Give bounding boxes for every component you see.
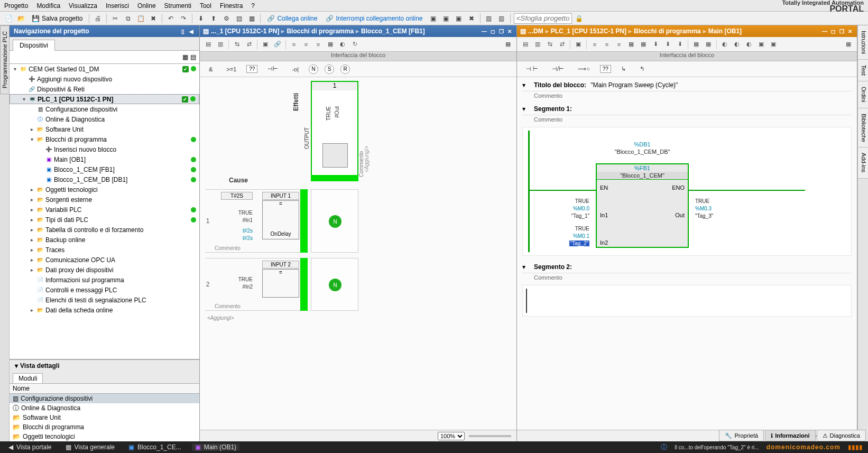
tree-blocco-db[interactable]: ▣Blocco_1_CEM_DB [DB1] <box>10 174 199 184</box>
tree-alarms[interactable]: 📄Elenchi di testi di segnalazione PLC <box>10 295 199 305</box>
sim-icon[interactable]: ▦ <box>246 13 257 24</box>
hide-icon[interactable]: ◀ <box>188 27 195 35</box>
tree-blocco[interactable]: ▣Blocco_1_CEM [FB1] <box>10 164 199 174</box>
tb-icon[interactable]: ▦ <box>843 39 854 50</box>
sidetab-test[interactable]: Test <box>858 60 868 81</box>
tree-extsrc[interactable]: ▸📂Sorgenti esterne <box>10 195 199 205</box>
in2-tag[interactable]: "Tag_2" <box>547 241 589 246</box>
tb-icon[interactable]: ▣ <box>573 39 584 50</box>
row2-box[interactable]: = <box>262 269 299 298</box>
tb-icon[interactable]: ▣ <box>768 39 779 50</box>
min-icon[interactable]: — <box>481 27 488 35</box>
tb-icon[interactable]: ≡ <box>589 39 600 50</box>
search-go-icon[interactable]: 🔒 <box>574 13 585 24</box>
tree-add-device[interactable]: ➕Aggiungi nuovo dispositivo <box>10 74 199 84</box>
op-and[interactable]: & <box>205 64 216 74</box>
tb-icon[interactable]: ≡ <box>289 39 299 50</box>
tree-backup[interactable]: ▸📂Backup online <box>10 235 199 245</box>
tb-icon[interactable]: ▣ <box>756 39 767 50</box>
sidetab-ordini[interactable]: Ordini <box>858 81 868 108</box>
tb-icon[interactable]: ◐ <box>744 39 754 50</box>
tb-icon[interactable]: ▥ <box>215 39 226 50</box>
menu-progetto[interactable]: Progetto <box>4 2 28 10</box>
restore-icon[interactable]: ❐ <box>838 27 845 35</box>
nav-list-icon[interactable]: ▤ <box>190 53 196 61</box>
row2-input-label[interactable]: INPUT 2 <box>262 261 299 269</box>
sidetab-addins[interactable]: Add-ins <box>858 147 868 178</box>
tree-plcvars[interactable]: ▸📂Variabili PLC <box>10 205 199 215</box>
tb-icon[interactable]: 🔗 <box>272 39 283 50</box>
tree-plc1[interactable]: ▾💻PLC_1 [CPU 1512C-1 PN]✔ <box>10 94 199 104</box>
tree-plctypes[interactable]: ▸📂Tipi di dati PLC <box>10 215 199 225</box>
print-icon[interactable]: 🖨 <box>93 13 103 24</box>
interrupt-online-button[interactable]: 🔗 Interrompi collegamento online <box>322 13 426 24</box>
undo-icon[interactable]: ↶ <box>165 13 176 24</box>
cem-canvas[interactable]: Effetti OUTPUT Cause Commento <Aggiungi>… <box>200 77 516 430</box>
tb-icon[interactable]: ≡ <box>301 39 311 50</box>
sidetab-istruzioni[interactable]: Istruzioni <box>858 25 868 60</box>
segment-2-header[interactable]: ▾Segmento 2: <box>522 261 852 273</box>
tb-icon[interactable]: ▦ <box>703 39 714 50</box>
menu-modifica[interactable]: Modifica <box>36 2 60 10</box>
min-icon[interactable]: — <box>821 27 828 35</box>
tb-icon[interactable]: ▥ <box>532 39 543 50</box>
download-icon[interactable]: ⬇ <box>196 13 206 24</box>
matrix-cell-1-1[interactable]: N <box>311 189 358 253</box>
a3-icon[interactable]: ▣ <box>454 13 464 24</box>
cut-icon[interactable]: ✂ <box>110 13 121 24</box>
tree-proginfo[interactable]: 📄Informazioni sul programma <box>10 275 199 285</box>
tree-msg[interactable]: 📄Controlli e messaggi PLC <box>10 285 199 295</box>
tab-diagnostics[interactable]: ⚠ Diagnostica <box>817 430 866 441</box>
layout1-icon[interactable]: ▥ <box>484 13 494 24</box>
row1-input-label[interactable]: INPUT 1 <box>262 192 299 200</box>
tb-icon[interactable]: ≡ <box>614 39 624 50</box>
tb-icon[interactable]: ◐ <box>719 39 730 50</box>
a1-icon[interactable]: ▣ <box>428 13 439 24</box>
block-comment[interactable]: Commento <box>522 91 852 103</box>
effect-body-block[interactable] <box>322 143 348 168</box>
detail-row[interactable]: 📂Oggetti tecnologici <box>10 432 199 441</box>
row1-delay[interactable]: T#2S <box>221 192 253 200</box>
tb-icon[interactable]: ↻ <box>349 39 360 50</box>
matrix-n-1[interactable]: N <box>329 215 341 228</box>
menu-visualizza[interactable]: Visualizza <box>69 2 97 10</box>
op-no[interactable]: ⊣⊢ <box>264 64 282 74</box>
restore-icon[interactable]: ❐ <box>497 27 505 35</box>
tb-icon[interactable]: ⬇ <box>675 39 685 50</box>
a2-icon[interactable]: ▣ <box>441 13 451 24</box>
close-icon[interactable]: ✕ <box>846 27 854 35</box>
menu-strumenti[interactable]: Strumenti <box>164 2 191 10</box>
cause-row-1[interactable]: 1 T#2S INPUT 1 = OnDelay TRUE #In1 t#2s … <box>205 189 308 253</box>
tree-opcua[interactable]: ▸📂Comunicazione OPC UA <box>10 255 199 265</box>
segment-2[interactable] <box>522 285 852 317</box>
tb-icon[interactable]: ⇆ <box>544 39 555 50</box>
tree-root[interactable]: ▾📁CEM Get Started 01_DM✔ <box>10 64 199 74</box>
tb-icon[interactable]: ▦ <box>325 39 336 50</box>
crumb[interactable]: Blocchi di programma <box>287 27 354 35</box>
op-contact-nc[interactable]: ⊣/⊢ <box>548 64 568 74</box>
new-project-icon[interactable]: 📄 <box>3 13 14 24</box>
tb-icon[interactable]: ⇄ <box>557 39 567 50</box>
matrix-n-2[interactable]: N <box>329 279 341 291</box>
devices-tab[interactable]: Dispositivi <box>13 40 55 51</box>
tb-icon[interactable]: ◐ <box>337 39 348 50</box>
crumb[interactable]: Blocco_1_CEM [FB1] <box>361 27 425 35</box>
zoom-slider[interactable] <box>469 435 511 437</box>
crumb[interactable]: Main [OB1] <box>708 27 742 35</box>
detail-view-header[interactable]: ▾Vista dettagli <box>10 359 199 371</box>
tb-icon[interactable]: ▦ <box>503 39 513 50</box>
op-box[interactable]: ?? <box>600 65 611 73</box>
max-icon[interactable]: ◻ <box>489 27 496 35</box>
tree-newblock[interactable]: ➕Inserisci nuovo blocco <box>10 144 199 154</box>
close-icon[interactable]: ✕ <box>506 27 513 35</box>
nav-grid-icon[interactable]: ▦ <box>182 53 188 61</box>
detail-row[interactable]: 📂Blocchi di programma <box>10 422 199 432</box>
segment-1-comment[interactable]: Commento <box>522 115 852 127</box>
segment-1[interactable]: %DB1 "Blocco_1_CEM_DB" %FB1 "Blocco_1_CE… <box>522 127 852 256</box>
copy-icon[interactable]: ⧉ <box>123 13 133 24</box>
crumb[interactable]: Blocchi di programma <box>634 27 701 35</box>
tab-properties[interactable]: 🔧 Proprietà <box>719 430 764 441</box>
tb-icon[interactable]: ▤ <box>520 39 531 50</box>
op-gte[interactable]: >=1 <box>223 64 240 74</box>
tb-icon[interactable]: ▦ <box>626 39 636 50</box>
